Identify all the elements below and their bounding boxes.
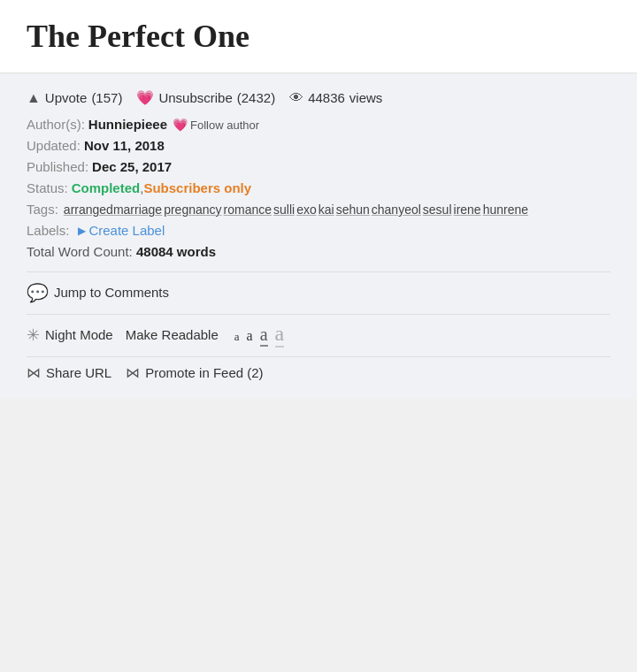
views-label: views bbox=[349, 90, 383, 105]
create-label-text: Create Label bbox=[88, 223, 165, 238]
promote-label: Promote in Feed (2) bbox=[145, 365, 263, 380]
tag-chanyeol[interactable]: chanyeol bbox=[372, 202, 421, 217]
updated-label: Updated: bbox=[27, 138, 81, 153]
views-icon: 👁 bbox=[289, 90, 303, 106]
comments-icon: 💬 bbox=[27, 282, 49, 303]
tag-sehun[interactable]: sehun bbox=[336, 202, 370, 217]
story-title: The Perfect One bbox=[27, 18, 610, 55]
word-count-label: Total Word Count: bbox=[27, 244, 133, 259]
labels-row: Labels: ▶ Create Label bbox=[27, 223, 610, 238]
tags-label: Tags: bbox=[27, 202, 58, 217]
promote-feed-button[interactable]: ⋈ Promote in Feed (2) bbox=[126, 364, 263, 381]
tag-irene[interactable]: irene bbox=[454, 202, 481, 217]
follow-author-button[interactable]: 💗 Follow author bbox=[173, 118, 259, 132]
unsubscribe-button[interactable]: 💗 Unsubscribe (2432) bbox=[136, 89, 275, 106]
tag-pregnancy[interactable]: pregnancy bbox=[164, 202, 221, 217]
upvote-count: (157) bbox=[91, 90, 122, 105]
word-count-value: 48084 words bbox=[136, 244, 216, 259]
unsubscribe-label: Unsubscribe bbox=[158, 90, 232, 105]
tag-hunrene[interactable]: hunrene bbox=[483, 202, 528, 217]
font-size-large[interactable]: a bbox=[260, 325, 268, 347]
make-readable-button[interactable]: Make Readable bbox=[126, 327, 219, 342]
tag-exo[interactable]: exo bbox=[296, 202, 317, 217]
share-url-button[interactable]: ⋈ Share URL bbox=[27, 364, 111, 381]
night-mode-button[interactable]: ✳ Night Mode bbox=[27, 325, 113, 345]
tags-row: Tags: arrangedmarriage pregnancy romance… bbox=[27, 202, 610, 217]
unsubscribe-icon: 💗 bbox=[136, 89, 154, 106]
status-completed: Completed bbox=[72, 180, 141, 195]
sun-icon: ✳ bbox=[27, 325, 40, 345]
views-count: 44836 bbox=[308, 90, 345, 105]
published-value: Dec 25, 2017 bbox=[92, 159, 172, 174]
font-size-small[interactable]: a bbox=[234, 330, 240, 344]
font-size-controls: a a a a bbox=[234, 322, 284, 347]
authors-label: Author(s): bbox=[27, 117, 85, 132]
tag-romance[interactable]: romance bbox=[224, 202, 272, 217]
tag-arrangedmarriage[interactable]: arrangedmarriage bbox=[64, 202, 162, 217]
updated-row: Updated: Nov 11, 2018 bbox=[27, 138, 610, 153]
upvote-icon: ▲ bbox=[27, 90, 41, 106]
views-display: 👁 44836 views bbox=[289, 90, 382, 106]
divider-2 bbox=[27, 314, 610, 315]
published-row: Published: Dec 25, 2017 bbox=[27, 159, 610, 174]
page-container: The Perfect One ▲ Upvote (157) 💗 Unsubsc… bbox=[0, 0, 637, 399]
font-size-medium[interactable]: a bbox=[247, 328, 253, 344]
jump-row: 💬 Jump to Comments bbox=[27, 279, 610, 305]
share-icon: ⋈ bbox=[27, 364, 41, 381]
share-url-label: Share URL bbox=[46, 365, 111, 380]
arrow-icon: ▶ bbox=[78, 225, 86, 237]
author-name[interactable]: Hunniepieee bbox=[88, 117, 167, 132]
night-row: ✳ Night Mode Make Readable a a a a bbox=[27, 322, 610, 347]
follow-icon: 💗 bbox=[173, 118, 188, 132]
tag-sulli[interactable]: sulli bbox=[273, 202, 295, 217]
meta-section: ▲ Upvote (157) 💗 Unsubscribe (2432) 👁 44… bbox=[0, 73, 637, 399]
tag-sesul[interactable]: sesul bbox=[423, 202, 452, 217]
follow-label: Follow author bbox=[190, 118, 259, 132]
author-row: Author(s): Hunniepieee 💗 Follow author bbox=[27, 117, 610, 132]
actions-row: ▲ Upvote (157) 💗 Unsubscribe (2432) 👁 44… bbox=[27, 89, 610, 106]
night-mode-label: Night Mode bbox=[45, 327, 113, 342]
labels-label: Labels: bbox=[27, 223, 69, 238]
title-section: The Perfect One bbox=[0, 0, 637, 73]
divider-1 bbox=[27, 271, 610, 272]
word-count-row: Total Word Count: 48084 words bbox=[27, 244, 610, 259]
status-row: Status: Completed , Subscribers only bbox=[27, 180, 610, 195]
promote-icon: ⋈ bbox=[126, 364, 140, 381]
tag-kai[interactable]: kai bbox=[318, 202, 334, 217]
share-row: ⋈ Share URL ⋈ Promote in Feed (2) bbox=[27, 364, 610, 381]
font-size-xlarge[interactable]: a bbox=[275, 322, 285, 347]
status-subscribers: Subscribers only bbox=[143, 180, 251, 195]
published-label: Published: bbox=[27, 159, 88, 174]
upvote-button[interactable]: ▲ Upvote (157) bbox=[27, 90, 122, 106]
create-label-button[interactable]: ▶ Create Label bbox=[78, 223, 165, 238]
updated-value: Nov 11, 2018 bbox=[84, 138, 165, 153]
jump-to-comments-button[interactable]: Jump to Comments bbox=[54, 279, 169, 305]
divider-3 bbox=[27, 356, 610, 357]
upvote-label: Upvote bbox=[45, 90, 88, 105]
unsubscribe-count: (2432) bbox=[237, 90, 275, 105]
status-label: Status: bbox=[27, 180, 68, 195]
